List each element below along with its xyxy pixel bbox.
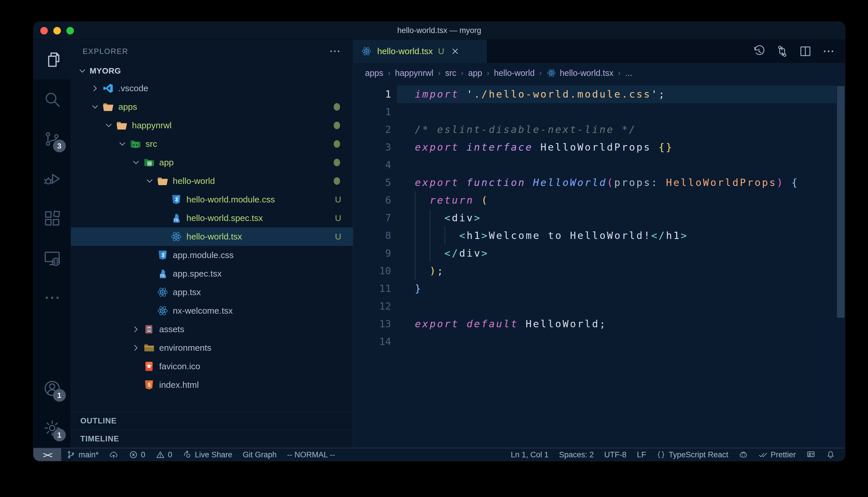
- tree-item-app-module-css[interactable]: 3app.module.css: [71, 246, 353, 265]
- tree-item-index-html[interactable]: 5index.html: [71, 375, 353, 394]
- remote-indicator-button[interactable]: ><: [33, 448, 61, 461]
- status-typescript-react[interactable]: TypeScript React: [651, 448, 733, 461]
- activity-more[interactable]: [33, 278, 71, 317]
- status-cloud-upload[interactable]: [104, 448, 124, 461]
- code-line[interactable]: 1: [354, 103, 845, 121]
- breadcrumb-item[interactable]: hello-world: [494, 68, 535, 78]
- status-lf[interactable]: LF: [632, 448, 651, 461]
- activity-settings-gear[interactable]: 1: [33, 408, 71, 448]
- code-line[interactable]: 2/* eslint-disable-next-line */: [354, 121, 845, 139]
- breadcrumb-item[interactable]: apps: [365, 68, 383, 78]
- line-number: 12: [354, 297, 391, 315]
- tree-item-src[interactable]: src: [71, 135, 353, 153]
- breadcrumb-item[interactable]: ...: [625, 68, 632, 78]
- close-window-button[interactable]: [40, 27, 48, 34]
- code-line[interactable]: 3export interface HelloWorldProps {}: [354, 139, 845, 156]
- section-timeline[interactable]: TIMELINE: [71, 430, 353, 448]
- tree-item-hello-world[interactable]: hello-world: [71, 172, 353, 190]
- code-line[interactable]: 12: [354, 297, 845, 315]
- zoom-window-button[interactable]: [66, 27, 74, 34]
- tree-item-app-tsx[interactable]: app.tsx: [71, 283, 353, 301]
- status-git-graph[interactable]: Git Graph: [237, 448, 282, 461]
- tree-item-hello-world-tsx[interactable]: hello-world.tsxU: [71, 227, 353, 246]
- tree-item-app[interactable]: app: [71, 153, 353, 172]
- code-editor[interactable]: 1import './hello-world.module.css';12/* …: [354, 83, 845, 448]
- history-icon[interactable]: [752, 45, 766, 58]
- breadcrumb-item[interactable]: happynrwl: [395, 68, 433, 78]
- code-line[interactable]: 14: [354, 333, 845, 351]
- tab-hello-world-tsx[interactable]: hello-world.tsx U: [354, 40, 487, 63]
- tree-twistie[interactable]: [129, 343, 142, 353]
- token: <: [459, 230, 467, 241]
- tree-item-app-spec-tsx[interactable]: TSapp.spec.tsx: [71, 265, 353, 283]
- tree-twistie[interactable]: [129, 324, 142, 334]
- code-line[interactable]: 6return (: [354, 191, 845, 209]
- token: ': [651, 88, 658, 100]
- tree-item-hello-world-module-css[interactable]: 3hello-world.module.cssU: [71, 190, 353, 209]
- breadcrumb-item[interactable]: src: [445, 68, 456, 78]
- status-utf-8[interactable]: UTF-8: [599, 448, 632, 461]
- activity-extensions[interactable]: [33, 198, 71, 238]
- titlebar[interactable]: hello-world.tsx — myorg: [33, 22, 845, 40]
- code-line[interactable]: 10);: [354, 262, 845, 280]
- tree-twistie[interactable]: [129, 158, 142, 167]
- split-editor-icon[interactable]: [799, 45, 812, 58]
- breadcrumb-separator: ›: [388, 69, 390, 77]
- tree-twistie[interactable]: [89, 102, 101, 112]
- status-main-[interactable]: main*: [61, 448, 104, 461]
- tree-twistie[interactable]: [143, 176, 156, 186]
- activity-remote-explorer[interactable]: [33, 238, 71, 278]
- tree-twistie[interactable]: [116, 139, 129, 149]
- tree-item--vscode[interactable]: .vscode: [71, 79, 353, 98]
- tree-item-nx-welcome-tsx[interactable]: nx-welcome.tsx: [71, 301, 353, 320]
- status-live-share[interactable]: Live Share: [177, 448, 237, 461]
- line-number: 9: [354, 244, 391, 262]
- minimize-window-button[interactable]: [53, 27, 61, 34]
- tree-twistie[interactable]: [89, 83, 101, 93]
- folder-app-file-icon: [143, 156, 155, 169]
- tree-item-hello-world-spec-tsx[interactable]: TShello-world.spec.tsxU: [71, 209, 353, 227]
- section-outline[interactable]: OUTLINE: [71, 412, 353, 430]
- tree-item-happynrwl[interactable]: happynrwl: [71, 116, 353, 135]
- status-spaces-2[interactable]: Spaces: 2: [554, 448, 599, 461]
- activity-files[interactable]: [33, 40, 71, 79]
- tree-item-environments[interactable]: environments: [71, 339, 353, 357]
- tree-twistie[interactable]: [102, 120, 115, 130]
- remote-explorer-icon: [43, 249, 61, 267]
- explorer-more-actions-button[interactable]: [329, 45, 341, 58]
- status-prettier[interactable]: Prettier: [753, 448, 801, 461]
- tree-item-assets[interactable]: assets: [71, 320, 353, 339]
- activity-search[interactable]: [33, 79, 71, 119]
- workspace-section-myorg[interactable]: MYORG: [71, 63, 353, 79]
- activity-accounts[interactable]: 1: [33, 368, 71, 408]
- close-tab-icon[interactable]: [451, 47, 460, 56]
- status-bell[interactable]: [821, 448, 840, 461]
- status-feedback[interactable]: [801, 448, 821, 461]
- breadcrumb-item[interactable]: hello-world.tsx: [560, 68, 614, 78]
- activity-run-debug[interactable]: [33, 159, 71, 198]
- status--normal-[interactable]: -- NORMAL --: [282, 448, 340, 461]
- tree-item-apps[interactable]: apps: [71, 98, 353, 116]
- code-line[interactable]: 5export function HelloWorld(props: Hello…: [354, 174, 845, 191]
- status-0[interactable]: 0: [124, 448, 150, 461]
- breadcrumb-item[interactable]: app: [468, 68, 482, 78]
- status-copilot[interactable]: [733, 448, 753, 461]
- code-line[interactable]: 13export default HelloWorld;: [354, 315, 845, 333]
- code-line[interactable]: 7<div>: [354, 209, 845, 227]
- indent-guide: [415, 244, 430, 262]
- more-icon[interactable]: [822, 45, 835, 58]
- code-line[interactable]: 8<h1>Welcome to HelloWorld!</h1>: [354, 227, 845, 244]
- activity-badge: 1: [53, 429, 66, 441]
- status-ln-1-col-1[interactable]: Ln 1, Col 1: [506, 448, 554, 461]
- braces-icon: [656, 450, 666, 459]
- code-line[interactable]: 11}: [354, 280, 845, 297]
- compare-changes-icon[interactable]: [775, 45, 789, 58]
- code-line[interactable]: 4: [354, 156, 845, 174]
- tree-item-label: index.html: [159, 380, 199, 390]
- code-line[interactable]: 9</div>: [354, 244, 845, 262]
- status-0[interactable]: 0: [150, 448, 177, 461]
- tree-item-favicon-ico[interactable]: favicon.ico: [71, 357, 353, 375]
- activity-source-control[interactable]: 3: [33, 119, 71, 159]
- code-line[interactable]: 1import './hello-world.module.css';: [354, 85, 845, 103]
- editor-scrollbar[interactable]: [837, 86, 844, 318]
